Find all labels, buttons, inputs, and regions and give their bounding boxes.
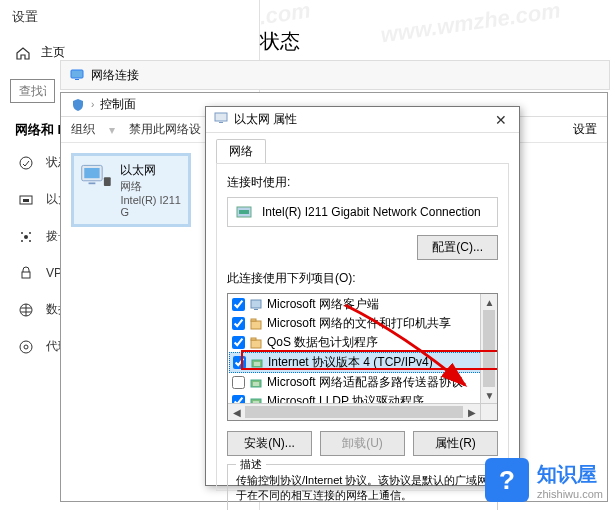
description-legend: 描述 (236, 457, 266, 472)
dialog-title: 以太网 属性 (234, 111, 297, 128)
logo-text-cn: 知识屋 (537, 461, 603, 488)
service-icon (249, 336, 263, 350)
organize-menu[interactable]: 组织 (71, 121, 95, 138)
adapter-field: Intel(R) I211 Gigabit Network Connection (227, 197, 498, 227)
item-label: Microsoft 网络适配器多路传送器协议 (267, 374, 463, 391)
logo-url: zhishiwu.com (537, 488, 603, 500)
properties-button[interactable]: 属性(R) (413, 431, 498, 456)
svg-rect-25 (251, 319, 256, 321)
item-checkbox[interactable] (232, 317, 245, 330)
svg-rect-22 (251, 300, 261, 308)
item-label: Microsoft 网络的文件和打印机共享 (267, 315, 451, 332)
svg-rect-8 (22, 272, 30, 278)
watermark: www.wmzhe.com (379, 0, 562, 48)
svg-point-5 (29, 232, 31, 234)
svg-point-6 (21, 240, 23, 242)
vpn-icon (18, 265, 34, 281)
data-icon (18, 302, 34, 318)
vertical-scrollbar[interactable]: ▲ ▼ (480, 294, 497, 403)
svg-rect-16 (89, 182, 96, 184)
network-strip-label: 网络连接 (91, 67, 139, 84)
scroll-left-icon[interactable]: ◀ (228, 404, 245, 420)
svg-rect-12 (71, 70, 83, 78)
logo-icon: ? (485, 458, 529, 502)
svg-rect-27 (251, 338, 256, 340)
svg-point-7 (29, 240, 31, 242)
item-checkbox[interactable] (232, 298, 245, 311)
svg-rect-23 (254, 309, 258, 310)
list-item[interactable]: Microsoft 网络客户端 (229, 295, 496, 314)
list-item[interactable]: QoS 数据包计划程序 (229, 333, 496, 352)
item-label: Internet 协议版本 4 (TCP/IPv4) (268, 354, 433, 371)
svg-rect-18 (215, 113, 227, 121)
scroll-right-icon[interactable]: ▶ (463, 404, 480, 420)
list-item[interactable]: Microsoft 网络的文件和打印机共享 (229, 314, 496, 333)
svg-rect-15 (84, 168, 99, 178)
ethernet-properties-dialog: 以太网 属性 ✕ 网络 连接时使用: Intel(R) I211 Gigabit… (205, 106, 520, 486)
svg-point-11 (24, 345, 28, 349)
scroll-thumb[interactable] (483, 310, 495, 387)
set-link[interactable]: 设置 (573, 121, 597, 138)
tab-strip: 网络 (206, 133, 519, 163)
item-checkbox[interactable] (232, 336, 245, 349)
list-item[interactable]: Internet 协议版本 4 (TCP/IPv4) (229, 352, 496, 373)
network-icon (214, 111, 228, 128)
description-group: 描述 传输控制协议/Internet 协议。该协议是默认的广域网于在不同的相互连… (227, 464, 498, 510)
scroll-thumb[interactable] (245, 406, 463, 418)
dialup-icon (18, 229, 34, 245)
network-icon (69, 67, 85, 83)
svg-point-3 (24, 235, 28, 239)
proxy-icon (18, 339, 34, 355)
svg-rect-17 (104, 177, 111, 186)
disable-device-link[interactable]: 禁用此网络设 (129, 121, 201, 138)
network-strip: 网络连接 (60, 60, 610, 90)
svg-rect-19 (219, 122, 223, 123)
home-icon (15, 45, 31, 61)
svg-point-0 (20, 157, 32, 169)
svg-rect-24 (251, 321, 261, 329)
chevron-right-icon: › (91, 99, 94, 110)
item-checkbox[interactable] (232, 376, 245, 389)
settings-search-input[interactable] (10, 79, 55, 103)
item-label: Microsoft 网络客户端 (267, 296, 379, 313)
breadcrumb-item[interactable]: 控制面 (100, 96, 136, 113)
service-icon (249, 317, 263, 331)
horizontal-scrollbar[interactable]: ◀ ▶ (228, 403, 480, 420)
zhishiwu-logo: ? 知识屋 zhishiwu.com (485, 458, 603, 502)
scroll-down-icon[interactable]: ▼ (481, 387, 498, 403)
dialog-titlebar: 以太网 属性 ✕ (206, 107, 519, 133)
adapter-icon (236, 204, 256, 220)
ethernet-icon (18, 192, 34, 208)
svg-rect-13 (75, 79, 79, 80)
configure-button[interactable]: 配置(C)... (417, 235, 498, 260)
device-net: 网络 (120, 179, 182, 194)
description-text: 传输控制协议/Internet 协议。该协议是默认的广域网于在不同的相互连接的网… (236, 474, 488, 501)
device-name: 以太网 (120, 162, 182, 179)
scroll-corner (480, 403, 497, 420)
adapter-name: Intel(R) I211 Gigabit Network Connection (262, 205, 481, 219)
client-icon (249, 298, 263, 312)
item-checkbox[interactable] (233, 356, 246, 369)
close-button[interactable]: ✕ (489, 112, 513, 128)
protocol-icon (250, 356, 264, 370)
status-header: 状态 (260, 28, 300, 55)
install-button[interactable]: 安装(N)... (227, 431, 312, 456)
svg-rect-2 (23, 199, 29, 202)
svg-rect-21 (239, 210, 249, 214)
scroll-up-icon[interactable]: ▲ (481, 294, 498, 310)
home-link[interactable]: 主页 (41, 44, 65, 61)
svg-point-4 (21, 232, 23, 234)
items-label: 此连接使用下列项目(O): (227, 270, 498, 287)
svg-point-10 (20, 341, 32, 353)
settings-title: 设置 (0, 0, 259, 34)
status-icon (18, 155, 34, 171)
svg-rect-26 (251, 340, 261, 348)
components-listbox[interactable]: Microsoft 网络客户端Microsoft 网络的文件和打印机共享QoS … (227, 293, 498, 421)
tab-network[interactable]: 网络 (216, 139, 266, 163)
device-adapter: Intel(R) I211 G (120, 194, 182, 218)
uninstall-button[interactable]: 卸载(U) (320, 431, 405, 456)
protocol-icon (249, 376, 263, 390)
shield-icon (71, 98, 85, 112)
list-item[interactable]: Microsoft 网络适配器多路传送器协议 (229, 373, 496, 392)
ethernet-device[interactable]: 以太网 网络 Intel(R) I211 G (71, 153, 191, 227)
